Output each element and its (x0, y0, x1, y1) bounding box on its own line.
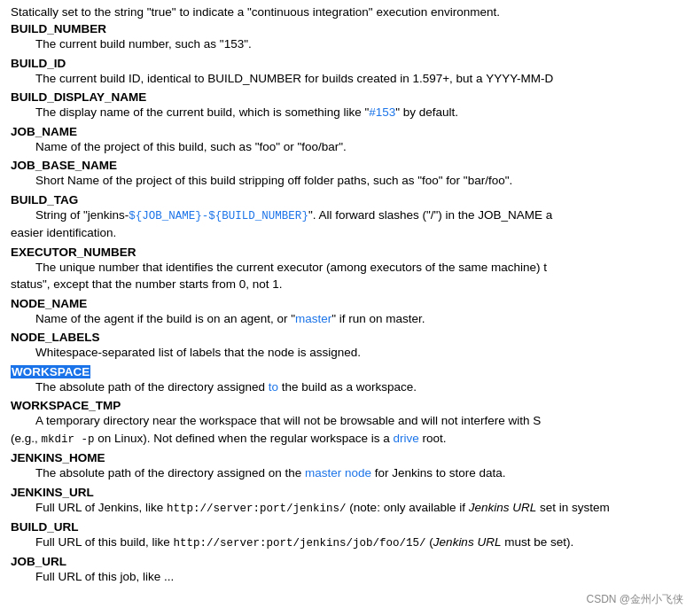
entries-container: BUILD_NUMBER The current build number, s… (11, 22, 683, 585)
desc-jenkins-home: The absolute path of the directory assig… (11, 466, 506, 480)
desc-build-id: The current build ID, identical to BUILD… (11, 72, 553, 85)
mkdir-code: mkdir -p (42, 433, 95, 446)
term-node-name: NODE_NAME (11, 297, 683, 310)
desc-build-tag: String of "jenkins-${JOB_NAME}-${BUILD_N… (11, 208, 552, 239)
desc-job-base-name: Short Name of the project of this build … (11, 174, 512, 187)
desc-build-number: The current build number, such as "153". (11, 37, 252, 51)
term-jenkins-url: JENKINS_URL (11, 486, 683, 499)
entry-executor-number: EXECUTOR_NUMBER The unique number that i… (11, 246, 683, 293)
desc-job-url: Full URL of this job, like ... (11, 570, 174, 583)
term-jenkins-home: JENKINS_HOME (11, 451, 683, 464)
desc-build-url: Full URL of this build, like http://serv… (11, 535, 573, 549)
term-node-labels: NODE_LABELS (11, 331, 683, 344)
desc-workspace: The absolute path of the directory assig… (11, 380, 417, 394)
term-build-number: BUILD_NUMBER (11, 22, 683, 35)
entry-jenkins-home: JENKINS_HOME The absolute path of the di… (11, 451, 683, 482)
term-workspace: WORKSPACE (11, 365, 683, 378)
entry-jenkins-url: JENKINS_URL Full URL of Jenkins, like ht… (11, 486, 683, 517)
desc-executor-number: The unique number that identifies the cu… (11, 261, 547, 292)
entry-build-tag: BUILD_TAG String of "jenkins-${JOB_NAME}… (11, 193, 683, 242)
jenkins-url-italic: Jenkins URL (469, 501, 537, 514)
entry-build-id: BUILD_ID The current build ID, identical… (11, 57, 683, 88)
build-tag-var: ${JOB_NAME}-${BUILD_NUMBER} (129, 210, 308, 222)
term-build-id: BUILD_ID (11, 57, 683, 70)
term-build-tag: BUILD_TAG (11, 193, 683, 207)
entry-job-name: JOB_NAME Name of the project of this bui… (11, 125, 683, 156)
entry-job-url: JOB_URL Full URL of this job, like ... (11, 555, 683, 586)
entry-build-url: BUILD_URL Full URL of this build, like h… (11, 520, 683, 551)
term-executor-number: EXECUTOR_NUMBER (11, 246, 683, 259)
workspace-highlight: WORKSPACE (11, 365, 90, 378)
entry-build-display-name: BUILD_DISPLAY_NAME The display name of t… (11, 90, 683, 121)
entry-job-base-name: JOB_BASE_NAME Short Name of the project … (11, 159, 683, 190)
desc-job-name: Name of the project of this build, such … (11, 140, 347, 153)
term-job-base-name: JOB_BASE_NAME (11, 159, 683, 172)
entry-build-number: BUILD_NUMBER The current build number, s… (11, 22, 683, 53)
term-job-name: JOB_NAME (11, 125, 683, 138)
entry-workspace-tmp: WORKSPACE_TMP A temporary directory near… (11, 399, 683, 448)
desc-jenkins-url: Full URL of Jenkins, like http://server:… (11, 501, 610, 514)
desc-workspace-tmp: A temporary directory near the workspace… (11, 414, 541, 445)
entry-node-labels: NODE_LABELS Whitespace-separated list of… (11, 331, 683, 362)
top-description: Statically set to the string "true" to i… (11, 5, 683, 19)
watermark: CSDN @金州小飞侠 (582, 590, 687, 609)
entry-node-name: NODE_NAME Name of the agent if the build… (11, 297, 683, 328)
entry-workspace: WORKSPACE The absolute path of the direc… (11, 365, 683, 396)
desc-build-display-name: The display name of the current build, w… (11, 105, 458, 119)
desc-node-name: Name of the agent if the build is on an … (11, 312, 425, 325)
term-build-display-name: BUILD_DISPLAY_NAME (11, 90, 683, 104)
jenkins-url-code: http://server:port/jenkins/ (167, 503, 347, 515)
term-job-url: JOB_URL (11, 555, 683, 568)
term-workspace-tmp: WORKSPACE_TMP (11, 399, 683, 412)
build-url-code: http://server:port/jenkins/job/foo/15/ (174, 537, 426, 550)
build-url-italic: Jenkins URL (433, 535, 502, 549)
desc-node-labels: Whitespace-separated list of labels that… (11, 346, 361, 359)
term-build-url: BUILD_URL (11, 520, 683, 534)
